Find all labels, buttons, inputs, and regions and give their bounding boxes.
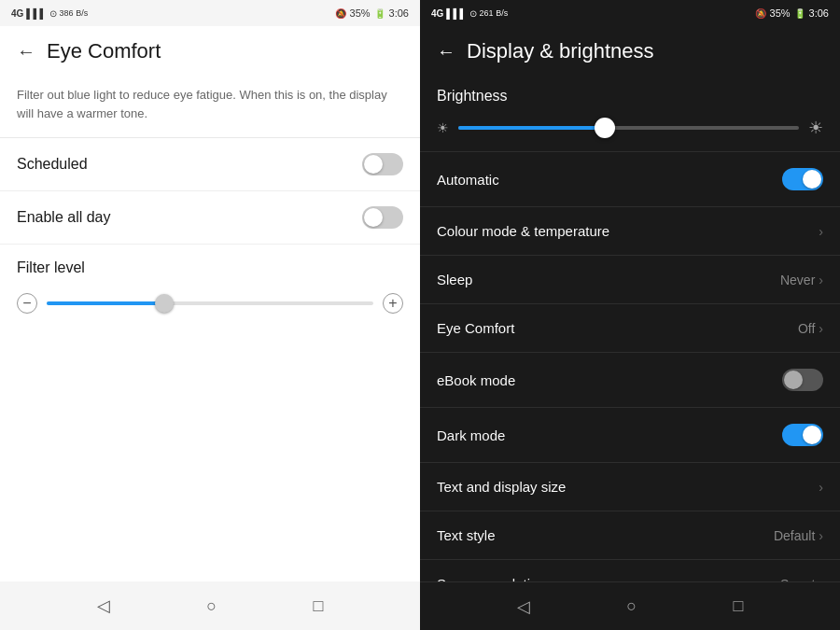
text-style-label: Text style xyxy=(437,527,496,543)
scheduled-row: Scheduled xyxy=(0,138,420,191)
description-text: Filter out blue light to reduce eye fati… xyxy=(0,73,420,138)
text-display-size-row[interactable]: Text and display size › xyxy=(420,463,840,511)
text-style-row[interactable]: Text style Default › xyxy=(420,511,840,560)
battery-icon-dark: 🔋 xyxy=(794,8,805,19)
screen-resolution-row[interactable]: Screen resolution Smart › xyxy=(420,560,840,581)
ebook-mode-row: eBook mode xyxy=(420,353,840,408)
slider-plus-button[interactable]: + xyxy=(383,293,403,314)
right-panel: 4G ▌▌▌ ⊙ 261 B/s 🔕 35% 🔋 3:06 ← Display … xyxy=(420,0,840,630)
battery-percent-dark: 35% xyxy=(770,7,791,19)
home-nav-icon-dark[interactable]: ○ xyxy=(626,596,637,616)
sleep-chevron: › xyxy=(819,273,823,287)
signal-bars-dark: ▌▌▌ xyxy=(446,8,466,19)
brightness-slider-fill xyxy=(458,126,601,130)
brightness-section: Brightness ☀ ☀ xyxy=(420,73,840,152)
status-left-dark: 4G ▌▌▌ ⊙ 261 B/s xyxy=(431,8,508,19)
left-panel: 4G ▌▌▌ ⊙ 386 B/s 🔕 35% 🔋 3:06 ← Eye Comf… xyxy=(0,0,420,630)
signal-bars: ▌▌▌ xyxy=(26,8,46,19)
bell-icon-dark: 🔕 xyxy=(755,8,766,19)
display-brightness-header: ← Display & brightness xyxy=(420,26,840,73)
automatic-label: Automatic xyxy=(437,172,499,188)
back-nav-icon[interactable]: ◁ xyxy=(97,595,110,616)
sleep-value: Never › xyxy=(780,273,823,287)
brightness-row: ☀ ☀ xyxy=(437,118,823,138)
ebook-mode-label: eBook mode xyxy=(437,372,515,388)
status-left: 4G ▌▌▌ ⊙ 386 B/s xyxy=(11,8,88,19)
home-nav-icon[interactable]: ○ xyxy=(206,596,217,616)
data-speed-dark: 261 B/s xyxy=(480,8,509,18)
filter-slider-row: − + xyxy=(17,293,403,314)
bell-icon: 🔕 xyxy=(335,8,346,19)
sun-small-icon: ☀ xyxy=(437,120,449,135)
enable-all-day-toggle[interactable] xyxy=(362,206,403,229)
status-bar-light: 4G ▌▌▌ ⊙ 386 B/s 🔕 35% 🔋 3:06 xyxy=(0,0,420,26)
slider-minus-button[interactable]: − xyxy=(17,293,37,314)
filter-slider-track[interactable] xyxy=(47,301,373,305)
colour-mode-row[interactable]: Colour mode & temperature › xyxy=(420,207,840,256)
scheduled-toggle[interactable] xyxy=(362,153,403,175)
text-style-chevron: › xyxy=(819,528,823,543)
text-style-value: Default › xyxy=(774,528,823,543)
enable-all-day-row: Enable all day xyxy=(0,191,420,245)
ebook-toggle[interactable] xyxy=(782,369,823,391)
text-display-size-chevron: › xyxy=(819,480,823,495)
eye-comfort-chevron: › xyxy=(819,321,823,336)
filter-slider-fill xyxy=(47,301,161,305)
eye-comfort-label: Eye Comfort xyxy=(437,320,514,336)
wifi-indicator: ⊙ xyxy=(49,8,57,19)
recents-nav-icon[interactable]: □ xyxy=(314,596,324,616)
time-display-dark: 3:06 xyxy=(809,7,829,19)
back-button-dark[interactable]: ← xyxy=(437,41,455,63)
network-type: 4G xyxy=(11,8,23,19)
toggle-thumb-auto xyxy=(803,170,821,189)
toggle-thumb-ebook xyxy=(784,371,803,389)
scroll-content: Brightness ☀ ☀ Automatic Colour mode & t… xyxy=(420,73,840,581)
toggle-thumb xyxy=(364,155,383,174)
dark-mode-label: Dark mode xyxy=(437,427,505,443)
status-right: 🔕 35% 🔋 3:06 xyxy=(335,7,409,19)
automatic-row: Automatic xyxy=(420,152,840,207)
status-right-dark: 🔕 35% 🔋 3:06 xyxy=(755,7,829,19)
filter-level-section: Filter level − + xyxy=(0,245,420,329)
nav-bar-dark: ◁ ○ □ xyxy=(420,581,840,630)
status-bar-dark: 4G ▌▌▌ ⊙ 261 B/s 🔕 35% 🔋 3:06 xyxy=(420,0,840,26)
back-nav-icon-dark[interactable]: ◁ xyxy=(517,596,530,617)
eye-comfort-row[interactable]: Eye Comfort Off › xyxy=(420,304,840,353)
page-title: Eye Comfort xyxy=(47,39,161,63)
brightness-label: Brightness xyxy=(437,88,823,105)
text-display-size-label: Text and display size xyxy=(437,479,566,495)
recents-nav-icon-dark[interactable]: □ xyxy=(734,596,744,616)
sleep-label: Sleep xyxy=(437,272,472,287)
toggle-thumb-2 xyxy=(364,208,383,227)
toggle-thumb-dark xyxy=(803,426,821,444)
automatic-toggle[interactable] xyxy=(782,168,823,190)
enable-all-day-label: Enable all day xyxy=(17,209,111,226)
back-button[interactable]: ← xyxy=(17,41,35,63)
time-display: 3:06 xyxy=(389,7,409,19)
colour-mode-label: Colour mode & temperature xyxy=(437,223,609,239)
brightness-slider-track[interactable] xyxy=(458,126,799,130)
colour-mode-chevron: › xyxy=(819,224,823,239)
filter-level-label: Filter level xyxy=(17,259,403,276)
scheduled-label: Scheduled xyxy=(17,156,88,173)
eye-comfort-value: Off › xyxy=(798,321,823,336)
filter-slider-thumb[interactable] xyxy=(155,294,174,313)
page-title-dark: Display & brightness xyxy=(467,39,654,63)
battery-percent: 35% xyxy=(350,7,371,19)
eye-comfort-header: ← Eye Comfort xyxy=(0,26,420,73)
dark-mode-toggle[interactable] xyxy=(782,424,823,446)
nav-bar-light: ◁ ○ □ xyxy=(0,581,420,630)
brightness-slider-thumb[interactable] xyxy=(595,118,615,138)
sleep-row[interactable]: Sleep Never › xyxy=(420,256,840,304)
network-type-dark: 4G xyxy=(431,8,443,19)
wifi-indicator-dark: ⊙ xyxy=(469,8,477,19)
battery-icon: 🔋 xyxy=(374,8,385,19)
data-speed: 386 B/s xyxy=(60,8,89,18)
settings-list-light: Scheduled Enable all day Filter level − … xyxy=(0,138,420,581)
dark-mode-row: Dark mode xyxy=(420,408,840,463)
sun-large-icon: ☀ xyxy=(808,118,823,138)
